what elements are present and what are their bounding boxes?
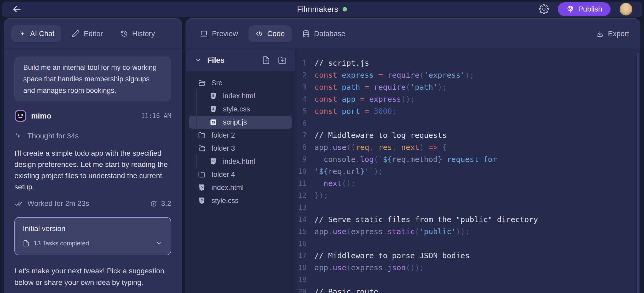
file-plus-icon[interactable] xyxy=(262,56,270,64)
file-row-index.html[interactable]: 5index.html xyxy=(189,181,292,194)
assistant-name: mimo xyxy=(31,112,51,120)
code-line-8: 8app.use((req, res, next) => { xyxy=(295,141,640,153)
svg-text:5: 5 xyxy=(212,159,214,163)
tab-preview[interactable]: Preview xyxy=(193,25,245,42)
code-line-17: 17// Middleware to parse JSON bodies xyxy=(295,250,640,262)
code-line-11: 11 next(); xyxy=(295,177,640,189)
preview-icon xyxy=(200,30,208,38)
chevron-down-icon[interactable] xyxy=(194,57,202,64)
files-header: Files xyxy=(186,49,295,71)
folder-row-folder-3[interactable]: folder 3 xyxy=(189,142,292,155)
code-line-3: 3const path = require('path'); xyxy=(295,81,640,93)
line-number: 10 xyxy=(295,165,314,177)
file-row-script.js[interactable]: JSscript.js xyxy=(189,116,292,129)
code-text: // Basic route xyxy=(314,286,378,293)
workspace-body: Files Src5index.html3style.cssJSscript.j… xyxy=(186,49,640,293)
tab-ai-chat[interactable]: AI Chat xyxy=(11,25,61,42)
sparkles-icon xyxy=(18,30,26,38)
line-number: 20 xyxy=(295,286,314,293)
line-number: 17 xyxy=(295,250,314,262)
code-line-10: 10'${req.url}'`); xyxy=(295,165,640,177)
line-number: 14 xyxy=(295,213,314,226)
credits-icon xyxy=(150,200,158,207)
export-button[interactable]: Export xyxy=(596,30,633,38)
code-text: const port = 3000; xyxy=(314,105,396,117)
chevron-down-icon[interactable] xyxy=(156,240,163,247)
css-icon: 3 xyxy=(198,197,206,205)
code-line-1: 1// script.js xyxy=(295,57,640,69)
tab-code[interactable]: Code xyxy=(249,25,292,42)
line-number: 6 xyxy=(295,117,314,129)
tree-item-label: folder 2 xyxy=(211,131,235,139)
tree-item-label: index.html xyxy=(223,157,255,166)
folder-row-folder-4[interactable]: folder 4 xyxy=(189,168,292,181)
code-line-16: 16 xyxy=(295,238,640,250)
user-message-bubble: Build me an internal tool for my co-work… xyxy=(14,57,171,102)
file-row-style.css[interactable]: 3style.css xyxy=(189,194,292,207)
version-card[interactable]: Initial version 13 Tasks completed xyxy=(14,217,171,255)
tab-history[interactable]: History xyxy=(113,25,162,42)
top-bar: Filmmakers Publish xyxy=(2,2,642,17)
tab-label: Editor xyxy=(84,30,103,38)
code-line-18: 18app.use(express.json()); xyxy=(295,262,640,274)
thought-summary[interactable]: Thought for 34s xyxy=(14,132,171,140)
code-text: // Middleware to parse JSON bodies xyxy=(314,250,470,262)
folder-open-icon xyxy=(198,144,206,152)
line-number: 19 xyxy=(295,274,314,286)
folder-plus-icon[interactable] xyxy=(278,56,286,64)
code-icon xyxy=(255,30,263,38)
double-check-icon xyxy=(14,199,23,208)
code-line-6: 6 xyxy=(295,117,640,129)
tree-item-label: Src xyxy=(211,79,222,87)
code-line-13: 13 xyxy=(295,201,640,213)
code-text: const path = require('path'); xyxy=(314,81,447,93)
export-label: Export xyxy=(608,30,629,38)
folder-icon xyxy=(198,171,206,178)
line-number: 9 xyxy=(295,153,314,165)
code-editor[interactable]: 1// script.js2const express = require('e… xyxy=(295,49,640,293)
globe-publish-icon xyxy=(566,5,574,13)
database-icon xyxy=(302,30,310,38)
top-bar-actions: Publish xyxy=(539,2,632,16)
workspace-tabs: Preview Code Database Export xyxy=(186,19,640,49)
tab-database[interactable]: Database xyxy=(295,25,352,42)
svg-text:3: 3 xyxy=(201,198,203,202)
version-tasks-row[interactable]: 13 Tasks completed xyxy=(23,240,163,247)
document-icon xyxy=(23,240,30,247)
code-line-12: 12}); xyxy=(295,189,640,201)
file-row-index.html[interactable]: 5index.html xyxy=(189,155,292,168)
folder-icon xyxy=(198,131,206,139)
thought-label: Thought for 34s xyxy=(27,132,79,140)
tree-item-label: folder 3 xyxy=(211,144,235,153)
line-number: 12 xyxy=(295,189,314,201)
tree-item-label: index.html xyxy=(223,92,255,100)
file-row-index.html[interactable]: 5index.html xyxy=(189,89,292,103)
chat-scroll-area[interactable]: Build me an internal tool for my co-work… xyxy=(4,49,182,293)
line-number: 13 xyxy=(295,201,314,213)
gear-icon[interactable] xyxy=(539,4,549,14)
code-text: // script.js xyxy=(314,57,369,69)
js-icon: JS xyxy=(209,118,217,126)
file-row-style.css[interactable]: 3style.css xyxy=(189,103,292,116)
message-timestamp: 11:16 AM xyxy=(141,112,171,120)
code-line-5: 5const port = 3000; xyxy=(295,105,640,117)
folder-open-icon xyxy=(198,79,206,87)
svg-text:JS: JS xyxy=(212,121,215,124)
folder-row-folder-2[interactable]: folder 2 xyxy=(189,129,292,142)
user-avatar[interactable] xyxy=(619,3,632,16)
files-title: Files xyxy=(207,56,225,65)
history-icon xyxy=(120,30,128,38)
back-icon[interactable] xyxy=(12,4,22,14)
tree-item-label: index.html xyxy=(211,184,244,192)
editor-scrollbar[interactable] xyxy=(637,53,639,293)
folder-row-src[interactable]: Src xyxy=(189,76,292,89)
publish-button[interactable]: Publish xyxy=(558,2,611,16)
tab-label: AI Chat xyxy=(30,30,54,38)
line-number: 18 xyxy=(295,262,314,274)
code-lines: 1// script.js2const express = require('e… xyxy=(295,57,640,293)
export-icon xyxy=(596,30,604,38)
line-number: 2 xyxy=(295,69,314,81)
worked-label: Worked for 2m 23s xyxy=(27,199,89,208)
code-line-19: 19 xyxy=(295,274,640,286)
tab-editor[interactable]: Editor xyxy=(65,25,110,42)
